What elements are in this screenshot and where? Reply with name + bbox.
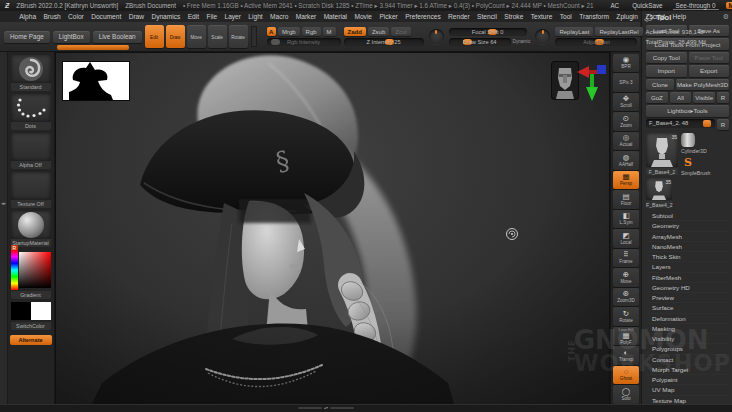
menu-item[interactable]: Transform: [576, 13, 612, 20]
dynamic-toggle[interactable]: Dynamic: [513, 39, 531, 44]
secondary-color-swatch[interactable]: [31, 302, 51, 320]
menu-item[interactable]: Help: [669, 13, 689, 20]
mode-button[interactable]: Edit: [145, 25, 164, 48]
goz-button[interactable]: GoZ: [646, 92, 668, 103]
lightbox-button[interactable]: LightBox: [53, 31, 90, 43]
live-boolean-button[interactable]: Live Boolean: [93, 31, 142, 43]
right-shelf-button[interactable]: Scroll: [613, 93, 639, 112]
cylinder3d-tool[interactable]: [681, 133, 729, 147]
mode-button[interactable]: Rotate: [229, 25, 248, 48]
simplebrush-tool[interactable]: S: [681, 155, 729, 169]
menu-item[interactable]: Movie: [351, 13, 375, 20]
second-tool-thumbnail[interactable]: 35: [646, 178, 672, 200]
tray-divider-bar[interactable]: [57, 45, 129, 50]
subpalette-header[interactable]: Polygroups: [646, 344, 729, 354]
current-brush-thumbnail[interactable]: [11, 55, 51, 83]
replay-last-rel-button[interactable]: ReplayLastRel: [595, 27, 642, 36]
menu-item[interactable]: Dynamics: [148, 13, 183, 20]
right-shelf-button[interactable]: SPix 3: [613, 73, 639, 92]
lightbox-tools-button[interactable]: Lightbox▸Tools: [646, 105, 729, 116]
zcut-button[interactable]: Zcut: [391, 27, 411, 36]
rgb-intensity-slider[interactable]: Rgb Intensity: [267, 38, 341, 46]
right-shelf-button[interactable]: L.Sym: [613, 210, 639, 229]
m-button[interactable]: M: [323, 27, 336, 36]
subpalette-header[interactable]: Masking: [646, 324, 729, 334]
replay-last-button[interactable]: ReplayLast: [555, 27, 593, 36]
z-intensity-slider[interactable]: Z Intensity 25: [344, 38, 424, 46]
menu-item[interactable]: File: [203, 13, 220, 20]
menu-item[interactable]: Zplugin: [613, 13, 641, 20]
right-shelf-button[interactable]: BPR: [613, 54, 639, 73]
mode-button[interactable]: Move: [187, 25, 206, 48]
home-page-button[interactable]: Home Page: [4, 31, 50, 43]
mode-button[interactable]: Scale: [208, 25, 227, 48]
adjust-last-slider[interactable]: AdjustLast: [555, 38, 637, 46]
menu-item[interactable]: Macro: [267, 13, 292, 20]
right-shelf-button[interactable]: Floor: [613, 190, 639, 209]
menus-button[interactable]: Menus: [726, 2, 732, 9]
right-shelf-button[interactable]: Rotate: [613, 307, 639, 326]
subpalette-header[interactable]: Morph Target: [646, 365, 729, 375]
clone-button[interactable]: Clone: [646, 79, 674, 90]
menu-item[interactable]: Light: [245, 13, 266, 20]
stroke-dial-widget[interactable]: [429, 29, 444, 44]
tool-slider-r-button[interactable]: R: [717, 119, 729, 130]
copy-tool-button[interactable]: Copy Tool: [646, 52, 687, 63]
left-tray-edge[interactable]: ◂▸: [0, 52, 8, 405]
active-tool-thumbnail[interactable]: 35: [646, 133, 678, 167]
menu-item[interactable]: Stencil: [474, 13, 500, 20]
draw-size-slider[interactable]: Draw Size 64: [449, 38, 511, 46]
saturation-value-square[interactable]: [19, 252, 51, 288]
auto-badge[interactable]: A: [267, 27, 276, 36]
import-button[interactable]: Import: [646, 65, 687, 76]
menu-item[interactable]: Marker: [293, 13, 320, 20]
main-color-swatch[interactable]: [11, 302, 31, 320]
menu-item[interactable]: Edit: [185, 13, 203, 20]
bottom-tray-handle[interactable]: ▴▾: [298, 406, 354, 410]
menu-item[interactable]: Render: [445, 13, 473, 20]
right-shelf-button[interactable]: Actual: [613, 132, 639, 151]
subpalette-header[interactable]: Thick Skin: [646, 252, 729, 262]
size-dial-widget[interactable]: [535, 29, 550, 44]
mrgb-button[interactable]: Mrgb: [278, 27, 300, 36]
gear-icon[interactable]: ⚙: [723, 13, 729, 21]
see-through-slider[interactable]: See-through 0: [673, 2, 719, 10]
export-button[interactable]: Export: [689, 65, 730, 76]
tool-select-slider[interactable]: F_Base4_2. 48: [646, 119, 715, 128]
subpalette-header[interactable]: Layers: [646, 262, 729, 272]
current-texture-thumbnail[interactable]: [11, 172, 51, 200]
subpalette-header[interactable]: UV Map: [646, 385, 729, 395]
right-shelf-button[interactable]: Line Fill PolyF: [613, 327, 639, 346]
right-shelf-button[interactable]: Move: [613, 268, 639, 287]
goz-all-button[interactable]: All: [670, 92, 692, 103]
subpalette-header[interactable]: FiberMesh: [646, 273, 729, 283]
right-shelf-button[interactable]: Ghost: [613, 366, 639, 385]
quicksave-button[interactable]: QuickSave: [629, 2, 665, 9]
right-shelf-button[interactable]: Persp: [613, 171, 639, 190]
goz-r-button[interactable]: R: [717, 92, 729, 103]
right-shelf-button[interactable]: Local: [613, 229, 639, 248]
menu-item[interactable]: Alpha: [16, 13, 39, 20]
orientation-gizmo[interactable]: [577, 63, 607, 107]
ac-button[interactable]: AC: [607, 2, 622, 9]
hue-strip[interactable]: [11, 250, 18, 290]
menu-item[interactable]: Color: [65, 13, 87, 20]
menu-item[interactable]: Layer: [221, 13, 244, 20]
camera-head-preview[interactable]: [552, 62, 578, 99]
goz-visible-button[interactable]: Visible: [693, 92, 715, 103]
menu-item[interactable]: Picker: [376, 13, 401, 20]
subpalette-header[interactable]: Visibility: [646, 334, 729, 344]
make-polymesh3d-button[interactable]: Make PolyMesh3D: [676, 79, 729, 90]
zsub-button[interactable]: Zsub: [368, 27, 389, 36]
menu-item[interactable]: Draw: [125, 13, 147, 20]
subpalette-header[interactable]: ArrayMesh: [646, 232, 729, 242]
subpalette-header[interactable]: Surface: [646, 303, 729, 313]
focal-shift-slider[interactable]: Focal Shift 0: [449, 28, 527, 36]
subpalette-header[interactable]: Subtool: [646, 211, 729, 221]
menu-item[interactable]: Stroke: [501, 13, 526, 20]
current-stroke-thumbnail[interactable]: [11, 94, 51, 122]
right-shelf-button[interactable]: Zoom: [613, 112, 639, 131]
zadd-button[interactable]: Zadd: [344, 27, 366, 36]
menu-item[interactable]: Document: [88, 13, 124, 20]
current-material-thumbnail[interactable]: [11, 211, 51, 239]
